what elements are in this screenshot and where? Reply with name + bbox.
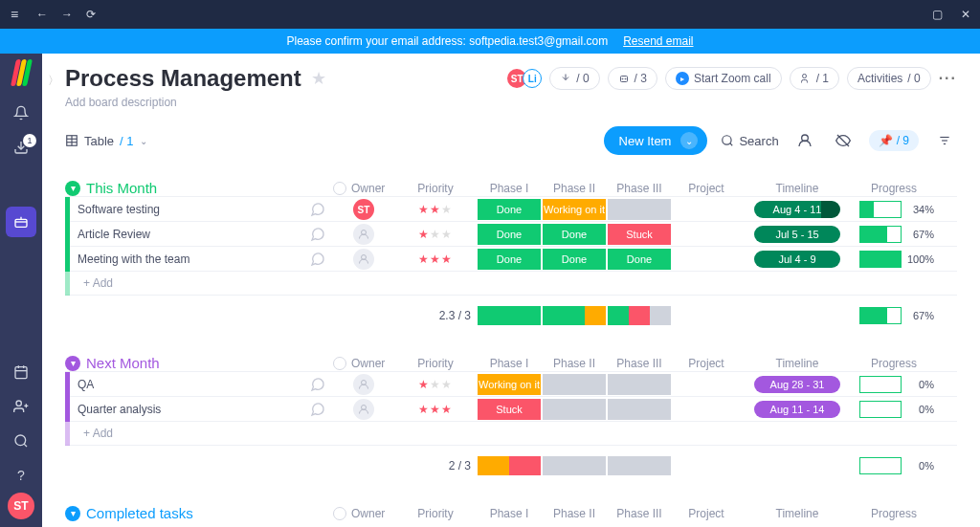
status-cell[interactable] [543, 374, 606, 395]
timeline-cell[interactable]: Jul 4 - 9 [741, 251, 854, 268]
status-cell[interactable]: Stuck [478, 399, 541, 420]
close-icon[interactable]: ✕ [951, 8, 980, 21]
group-collapse-icon[interactable]: ▾ [65, 356, 80, 371]
table-row[interactable]: Quarter analysis★★★StuckAug 11 - 140% [65, 396, 957, 421]
calendar-icon[interactable] [0, 355, 42, 389]
favorite-star-icon[interactable]: ★ [311, 68, 326, 89]
board-title[interactable]: Process Management [65, 65, 301, 92]
help-icon[interactable]: ? [0, 458, 42, 493]
group-title[interactable]: Next Month [86, 355, 160, 371]
status-cell[interactable] [608, 374, 671, 395]
table-row[interactable]: Article Review★★★DoneDoneStuckJul 5 - 15… [65, 221, 957, 246]
column-project[interactable]: Project [672, 507, 741, 520]
column-timeline[interactable]: Timeline [741, 357, 854, 370]
owner-cell[interactable] [333, 249, 394, 270]
group-collapse-icon[interactable]: ▾ [65, 181, 80, 196]
status-cell[interactable]: Done [478, 224, 541, 245]
resend-email-link[interactable]: Resend email [623, 34, 693, 48]
members-pill[interactable]: / 1 [790, 67, 839, 90]
item-name[interactable]: Meeting with the team [78, 253, 302, 266]
search-icon[interactable] [0, 424, 42, 458]
column-owner[interactable]: Owner [333, 357, 394, 370]
priority-cell[interactable]: ★★★ [394, 203, 477, 216]
activities-pill[interactable]: Activities / 0 [847, 67, 931, 90]
timeline-cell[interactable]: Aug 4 - 11 [741, 201, 854, 218]
member-avatar-li[interactable]: Li [523, 69, 542, 88]
column-timeline[interactable]: Timeline [741, 507, 854, 520]
view-selector[interactable]: Table / 1 ⌄ [65, 134, 147, 148]
chat-icon[interactable] [310, 252, 325, 267]
apps-icon[interactable] [6, 207, 36, 237]
column-priority[interactable]: Priority [394, 357, 477, 370]
status-cell[interactable] [543, 399, 606, 420]
status-cell[interactable]: Done [543, 249, 606, 270]
group-collapse-icon[interactable]: ▾ [65, 506, 80, 521]
chevron-down-icon[interactable]: ⌄ [680, 132, 698, 149]
hamburger-icon[interactable]: ≡ [0, 7, 29, 22]
user-avatar[interactable]: ST [8, 493, 34, 519]
person-filter-icon[interactable] [792, 128, 817, 153]
progress-cell[interactable]: 100% [854, 251, 934, 268]
priority-cell[interactable]: ★★★ [394, 228, 477, 241]
automations-pill[interactable]: / 3 [608, 67, 657, 90]
item-name[interactable]: QA [78, 378, 302, 391]
owner-cell[interactable]: ST [333, 199, 394, 220]
chat-icon[interactable] [310, 402, 325, 417]
column-phase3[interactable]: Phase III [607, 182, 672, 195]
owner-cell[interactable] [333, 224, 394, 245]
column-phase3[interactable]: Phase III [607, 357, 672, 370]
status-cell[interactable] [608, 199, 671, 220]
table-row[interactable]: QA★★★Working on itAug 28 - 310% [65, 371, 957, 396]
group-title[interactable]: This Month [86, 180, 157, 196]
integrations-pill[interactable]: / 0 [549, 67, 599, 90]
group-title[interactable]: Completed tasks [86, 505, 193, 521]
column-progress[interactable]: Progress [854, 507, 934, 520]
column-phase3[interactable]: Phase III [607, 507, 672, 520]
progress-cell[interactable]: 34% [854, 201, 934, 218]
column-project[interactable]: Project [672, 357, 741, 370]
column-phase1[interactable]: Phase I [477, 507, 542, 520]
new-item-button[interactable]: New Item ⌄ [604, 126, 708, 155]
column-owner[interactable]: Owner [333, 182, 394, 195]
progress-cell[interactable]: 0% [854, 401, 934, 418]
status-cell[interactable]: Done [543, 224, 606, 245]
column-priority[interactable]: Priority [394, 182, 477, 195]
column-phase2[interactable]: Phase II [542, 507, 607, 520]
search-button[interactable]: Search [721, 134, 778, 148]
add-item-row[interactable]: + Add [65, 421, 957, 446]
timeline-cell[interactable]: Aug 11 - 14 [741, 401, 854, 418]
more-options-icon[interactable]: ··· [939, 70, 957, 87]
board-description[interactable]: Add board description [65, 96, 957, 109]
column-phase2[interactable]: Phase II [542, 357, 607, 370]
table-row[interactable]: Software testingST★★★DoneWorking on itAu… [65, 196, 957, 221]
status-cell[interactable]: Working on it [478, 374, 541, 395]
column-owner[interactable]: Owner [333, 507, 394, 520]
collapse-handle-icon[interactable]: 〉 [48, 73, 59, 89]
column-phase1[interactable]: Phase I [477, 182, 542, 195]
status-cell[interactable]: Stuck [608, 224, 671, 245]
chat-icon[interactable] [310, 377, 325, 392]
maximize-icon[interactable]: ▢ [923, 8, 951, 21]
owner-cell[interactable] [333, 399, 394, 420]
chat-icon[interactable] [310, 227, 325, 242]
item-name[interactable]: Quarter analysis [78, 403, 302, 416]
forward-icon[interactable]: → [61, 8, 73, 21]
priority-cell[interactable]: ★★★ [394, 253, 477, 266]
back-icon[interactable]: ← [36, 8, 48, 21]
owner-cell[interactable] [333, 374, 394, 395]
pinned-pill[interactable]: 📌 / 9 [869, 130, 919, 151]
column-progress[interactable]: Progress [854, 357, 934, 370]
progress-cell[interactable]: 67% [854, 226, 934, 243]
add-item-row[interactable]: + Add [65, 271, 957, 296]
hide-icon[interactable] [831, 128, 856, 153]
inbox-icon[interactable]: 1 [0, 130, 42, 165]
priority-cell[interactable]: ★★★ [394, 403, 477, 416]
chat-icon[interactable] [310, 202, 325, 217]
table-row[interactable]: Meeting with the team★★★DoneDoneDoneJul … [65, 246, 957, 271]
sort-icon[interactable] [932, 128, 957, 153]
column-timeline[interactable]: Timeline [741, 182, 854, 195]
progress-cell[interactable]: 0% [854, 376, 934, 393]
column-priority[interactable]: Priority [394, 507, 477, 520]
timeline-cell[interactable]: Aug 28 - 31 [741, 376, 854, 393]
column-phase2[interactable]: Phase II [542, 182, 607, 195]
